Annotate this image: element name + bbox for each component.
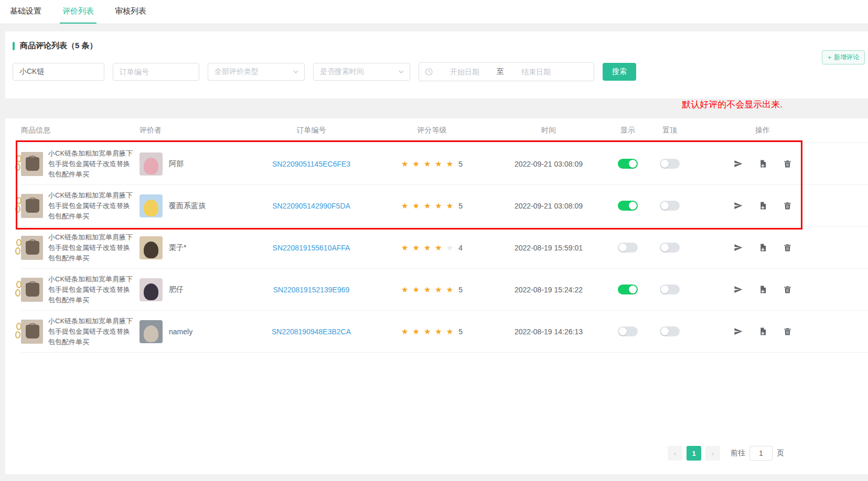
order-link[interactable]: SN220819155610AFFA <box>273 244 350 252</box>
rating-stars: ★★★★★ <box>401 285 453 294</box>
star-icon: ★ <box>412 327 419 336</box>
rating-value: 5 <box>458 160 463 168</box>
date-range-picker[interactable]: 至 <box>419 62 594 81</box>
row-time: 2022-08-19 14:26:13 <box>486 327 612 336</box>
time-search-select[interactable]: 是否搜索时间 <box>313 63 410 81</box>
row-time: 2022-08-19 15:24:22 <box>486 286 612 294</box>
file-plus-icon[interactable] <box>758 159 767 168</box>
header-order: 订单编号 <box>244 126 378 135</box>
trash-icon[interactable] <box>783 243 792 252</box>
star-icon: ★ <box>424 243 431 253</box>
chevron-down-icon <box>398 69 404 75</box>
chain-decoration <box>16 239 22 246</box>
trash-icon[interactable] <box>783 327 792 336</box>
order-link[interactable]: SN220905142990F5DA <box>272 202 350 210</box>
file-plus-icon[interactable] <box>758 243 767 252</box>
add-review-button[interactable]: + 新增评论 <box>822 50 865 64</box>
chain-decoration <box>15 163 20 171</box>
header-top: 置顶 <box>644 126 695 135</box>
product-image <box>21 236 43 260</box>
star-icon: ★ <box>424 327 431 336</box>
chain-decoration <box>15 247 20 255</box>
reviewer-avatar <box>140 152 163 176</box>
display-toggle[interactable] <box>618 159 638 169</box>
order-link[interactable]: SN2208190948E3B2CA <box>272 327 351 336</box>
table-row: 小CK链条加粗加宽单肩腋下包手提包金属链子改造替换包包配件单买 栗子* SN22… <box>21 227 868 269</box>
plus-icon: + <box>828 54 831 61</box>
chain-decoration <box>16 323 22 330</box>
reviewer-avatar <box>140 236 163 259</box>
table-row: 小CK链条加粗加宽单肩腋下包手提包金属链子改造替换包包配件单买 覆面系蓝孩 SN… <box>21 185 868 227</box>
header-display: 显示 <box>612 126 644 135</box>
star-icon: ★ <box>401 285 408 294</box>
send-icon[interactable] <box>734 201 743 210</box>
star-icon: ★ <box>412 159 419 169</box>
display-toggle[interactable] <box>618 326 638 336</box>
tab-review-list[interactable]: 评价列表 <box>60 0 97 24</box>
reviewer-avatar <box>140 320 163 343</box>
star-icon: ★ <box>401 201 408 211</box>
tab-audit-list[interactable]: 审核列表 <box>112 0 149 24</box>
trash-icon[interactable] <box>783 159 792 168</box>
review-type-select[interactable]: 全部评价类型 <box>208 63 305 81</box>
product-title: 小CK链条加粗加宽单肩腋下包手提包金属链子改造替换包包配件单买 <box>48 148 134 180</box>
order-link[interactable]: SN220819152139E969 <box>273 286 350 294</box>
star-icon: ★ <box>446 327 453 336</box>
start-date-input[interactable] <box>436 68 494 76</box>
table-row: 小CK链条加粗加宽单肩腋下包手提包金属链子改造替换包包配件单买 阿部 SN220… <box>21 143 868 185</box>
chain-decoration <box>15 331 20 338</box>
rating-value: 5 <box>458 202 463 210</box>
display-toggle[interactable] <box>618 201 638 211</box>
reviewer-name: 阿部 <box>169 159 184 169</box>
header-reviewer: 评价者 <box>140 126 244 135</box>
product-cell: 小CK链条加粗加宽单肩腋下包手提包金属链子改造替换包包配件单买 <box>21 316 140 347</box>
trash-icon[interactable] <box>783 285 792 294</box>
reviewer-name: 肥仔 <box>169 285 184 294</box>
page: 基础设置 评价列表 审核列表 商品评论列表（5 条） + 新增评论 全部评价类型… <box>0 0 868 481</box>
page-1-button[interactable]: 1 <box>687 446 701 461</box>
goto-page-input[interactable] <box>749 446 773 461</box>
reviewer-cell: 肥仔 <box>140 278 244 301</box>
top-toggle[interactable] <box>660 285 680 294</box>
reviewer-name: 覆面系蓝孩 <box>169 201 206 211</box>
reviewer-name: 栗子* <box>169 243 186 253</box>
trash-icon[interactable] <box>783 201 792 210</box>
header-product: 商品信息 <box>21 126 140 135</box>
star-icon: ★ <box>435 201 442 211</box>
reviewer-name: namely <box>169 327 192 336</box>
display-toggle[interactable] <box>618 243 638 253</box>
send-icon[interactable] <box>734 243 743 252</box>
order-number-input[interactable] <box>113 63 199 81</box>
rating-value: 4 <box>458 244 463 252</box>
file-plus-icon[interactable] <box>758 327 767 336</box>
display-toggle[interactable] <box>618 285 638 294</box>
product-image <box>21 152 43 176</box>
top-toggle[interactable] <box>660 159 680 169</box>
tab-bar: 基础设置 评价列表 审核列表 <box>0 0 868 24</box>
review-table-card: 商品信息 评价者 订单编号 评分等级 时间 显示 置顶 操作 小CK链条加粗加宽… <box>5 118 868 474</box>
top-toggle[interactable] <box>660 243 680 253</box>
send-icon[interactable] <box>734 159 743 168</box>
keyword-input[interactable] <box>13 63 104 81</box>
top-toggle[interactable] <box>660 201 680 211</box>
filter-row: 全部评价类型 是否搜索时间 至 搜索 <box>13 62 861 81</box>
star-icon: ★ <box>424 159 431 169</box>
top-toggle[interactable] <box>660 326 680 336</box>
order-link[interactable]: SN2209051145EC6FE3 <box>272 160 350 168</box>
send-icon[interactable] <box>734 285 743 294</box>
reviewer-cell: 覆面系蓝孩 <box>140 194 244 217</box>
search-button[interactable]: 搜索 <box>603 63 636 81</box>
product-cell: 小CK链条加粗加宽单肩腋下包手提包金属链子改造替换包包配件单买 <box>21 274 140 305</box>
file-plus-icon[interactable] <box>758 285 767 294</box>
star-icon: ★ <box>412 285 419 294</box>
chain-decoration <box>15 205 20 213</box>
next-page-button[interactable]: › <box>705 446 720 461</box>
send-icon[interactable] <box>734 327 743 336</box>
prev-page-button[interactable]: ‹ <box>668 446 682 461</box>
star-icon: ★ <box>446 285 453 294</box>
tab-basic-settings[interactable]: 基础设置 <box>7 0 44 24</box>
add-review-label: 新增评论 <box>834 53 859 62</box>
product-image <box>21 278 43 302</box>
end-date-input[interactable] <box>507 68 565 76</box>
file-plus-icon[interactable] <box>758 201 767 210</box>
